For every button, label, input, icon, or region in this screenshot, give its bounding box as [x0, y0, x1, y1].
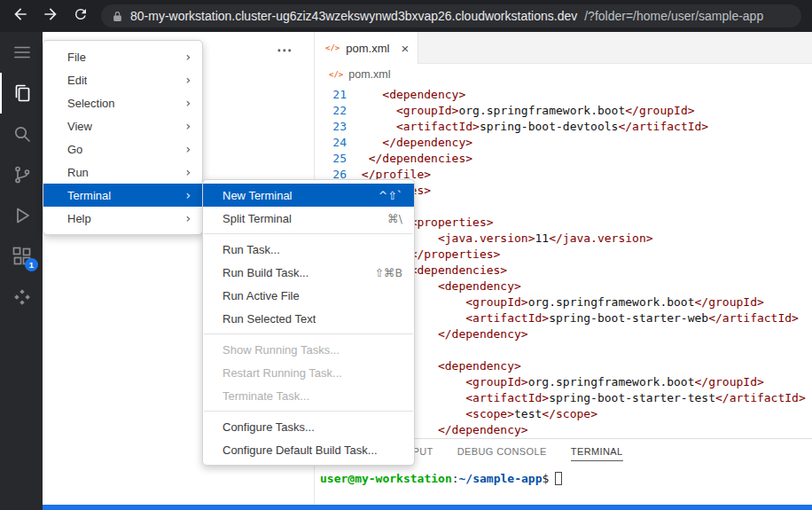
browser-toolbar: 80-my-workstation.cluster-ug6ziz43wzeksw… [0, 0, 812, 32]
chevron-right-icon: › [185, 96, 191, 110]
menu-item-label: Restart Running Task... [223, 366, 342, 380]
line-number: 21 [315, 87, 347, 103]
menu-item-configure-default-build-task[interactable]: Configure Default Build Task... [203, 438, 414, 461]
shortcut-label: ⇧⌘B [374, 266, 402, 279]
menu-item-new-terminal[interactable]: New Terminal^⇧` [203, 184, 414, 207]
more-actions-icon[interactable]: ⋯ [277, 41, 293, 59]
menu-item-terminate-task: Terminate Task... [203, 384, 414, 407]
menu-item-view[interactable]: View› [43, 114, 202, 137]
close-icon[interactable]: × [401, 41, 409, 56]
tab-pom-xml[interactable]: </> pom.xml × [315, 32, 418, 64]
forward-arrow-icon [42, 5, 59, 27]
menu-item-run-active-file[interactable]: Run Active File [203, 284, 414, 307]
menu-item-label: Edit [67, 74, 87, 87]
menu-item-selection[interactable]: Selection› [43, 91, 202, 114]
menu-separator [204, 333, 413, 334]
status-bar [43, 505, 812, 510]
code-text: <groupId>org.springframework.boot</group… [355, 374, 764, 390]
menu-item-show-running-tasks: Show Running Tasks... [203, 338, 414, 361]
code-text: <groupId>org.springframework.boot</group… [355, 103, 695, 119]
menu-item-run[interactable]: Run› [43, 161, 202, 184]
cloud-code-icon [12, 286, 33, 308]
code-line[interactable]: 24 </dependency> [315, 135, 812, 151]
chevron-right-icon: › [185, 165, 191, 179]
activity-source-control[interactable] [0, 154, 43, 195]
chevron-right-icon: › [185, 73, 191, 87]
lock-icon [112, 11, 123, 22]
url-path: /?folder=/home/user/sample-app [584, 9, 763, 23]
menu-item-label: Help [67, 212, 91, 225]
source-control-icon [12, 164, 33, 185]
menu-item-configure-tasks[interactable]: Configure Tasks... [203, 415, 414, 438]
menu-item-label: Go [67, 143, 82, 156]
tab-strip: </> pom.xml × [315, 32, 812, 64]
menu-item-terminal[interactable]: Terminal› [43, 184, 202, 207]
activity-cloud-code[interactable] [0, 277, 43, 318]
code-text: <groupId>org.springframework.boot</group… [355, 294, 764, 310]
xml-file-icon: </> [325, 43, 340, 52]
prompt-colon: : [452, 472, 459, 485]
breadcrumb[interactable]: </> pom.xml [315, 64, 812, 85]
chevron-right-icon: › [185, 119, 191, 133]
activity-bar: 1 [0, 32, 43, 510]
code-line[interactable]: 23 <artifactId>spring-boot-devtools</art… [315, 119, 812, 135]
menu-item-run-selected-text[interactable]: Run Selected Text [203, 307, 414, 330]
terminal-cursor [555, 472, 562, 485]
menu-item-label: Show Running Tasks... [223, 343, 340, 357]
code-line[interactable]: 22 <groupId>org.springframework.boot</gr… [315, 103, 812, 119]
code-text: </dependency> [355, 135, 472, 151]
chevron-right-icon: › [185, 211, 191, 225]
code-line[interactable]: 25 </dependencies> [315, 151, 812, 167]
menu-item-label: New Terminal [223, 189, 293, 202]
menu-separator [204, 411, 413, 412]
code-line[interactable]: 21 <dependency> [315, 87, 812, 103]
shortcut-label: ^⇧` [379, 189, 402, 202]
refresh-button[interactable] [71, 6, 90, 26]
tab-label: pom.xml [346, 42, 389, 55]
prompt-path: ~/sample-app [459, 472, 543, 485]
code-text: <dependency> [355, 87, 465, 103]
terminal[interactable]: user@my-workstation:~/sample-app$ [320, 472, 562, 486]
url-host: 80-my-workstation.cluster-ug6ziz43wzeksw… [130, 9, 577, 23]
menu-item-split-terminal[interactable]: Split Terminal⌘\ [203, 207, 414, 230]
menu-item-label: Run Task... [223, 243, 280, 256]
panel-tab-terminal[interactable]: TERMINAL [571, 446, 623, 461]
chevron-right-icon: › [185, 188, 191, 202]
menu-item-label: Run [67, 166, 89, 179]
chevron-right-icon: › [185, 50, 191, 64]
prompt-dollar: $ [542, 472, 549, 485]
chevron-right-icon: › [185, 142, 191, 156]
panel-tab-debug-console[interactable]: DEBUG CONSOLE [457, 446, 547, 461]
menu-item-file[interactable]: File› [43, 45, 202, 68]
menu-item-restart-running-task: Restart Running Task... [203, 361, 414, 384]
run-debug-icon [12, 205, 33, 226]
menu-item-run-task[interactable]: Run Task... [203, 238, 414, 261]
menu-item-edit[interactable]: Edit› [43, 68, 202, 91]
code-text: </dependencies> [355, 151, 472, 167]
activity-run-debug[interactable] [0, 195, 43, 236]
line-number: 24 [315, 135, 347, 151]
line-number: 25 [315, 151, 347, 167]
hamburger-icon [12, 42, 33, 63]
menu-separator [204, 233, 413, 234]
line-number: 22 [315, 103, 347, 119]
menu-item-help[interactable]: Help› [43, 207, 202, 230]
back-button[interactable] [11, 6, 30, 26]
menu-item-label: Selection [67, 97, 114, 110]
forward-button[interactable] [41, 6, 60, 26]
breadcrumb-item: pom.xml [348, 68, 390, 81]
activity-search[interactable] [0, 114, 43, 154]
activity-extensions[interactable]: 1 [0, 236, 43, 277]
menu-item-label: Terminate Task... [223, 389, 309, 403]
code-text: <artifactId>spring-boot-devtools</artifa… [355, 119, 708, 135]
menu-item-run-build-task[interactable]: Run Build Task...⇧⌘B [203, 261, 414, 284]
shortcut-label: ⌘\ [387, 212, 402, 225]
back-arrow-icon [12, 5, 29, 27]
activity-explorer[interactable] [0, 73, 43, 114]
menu-toggle-button[interactable] [0, 32, 43, 73]
application-menu: File›Edit›Selection›View›Go›Run›Terminal… [43, 40, 203, 235]
menu-item-go[interactable]: Go› [43, 137, 202, 161]
menu-item-label: Run Build Task... [223, 266, 308, 279]
address-bar[interactable]: 80-my-workstation.cluster-ug6ziz43wzeksw… [101, 4, 801, 27]
search-icon [12, 123, 33, 145]
